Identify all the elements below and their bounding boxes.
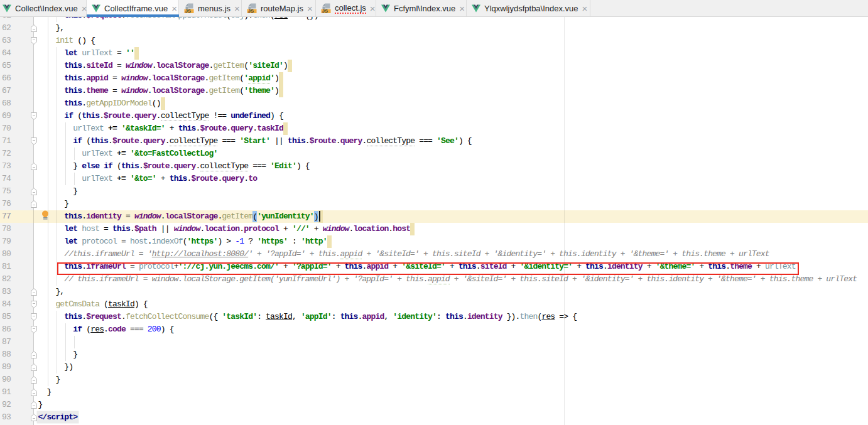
svg-text:JS: JS	[322, 8, 328, 13]
svg-text:JS: JS	[248, 8, 254, 13]
svg-text:JS: JS	[185, 8, 191, 13]
